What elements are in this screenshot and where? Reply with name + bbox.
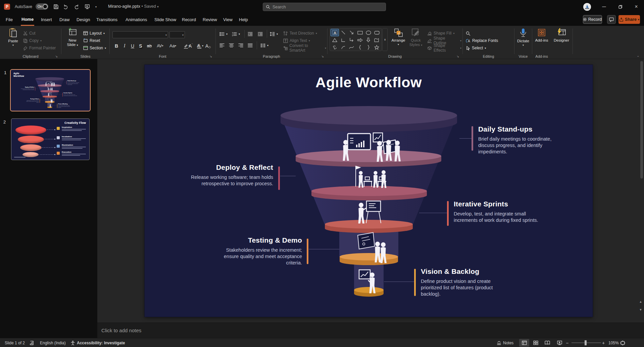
shape-curve[interactable]	[347, 44, 356, 51]
collapse-ribbon-icon[interactable]: ⌄	[637, 54, 639, 57]
select-button[interactable]: Select▾	[465, 44, 487, 52]
undo-icon[interactable]	[62, 3, 70, 10]
tab-design[interactable]: Design	[76, 13, 91, 26]
format-painter-button[interactable]: Format Painter	[22, 44, 57, 52]
accessibility-icon[interactable]	[70, 338, 75, 347]
shape-elbow-connector[interactable]	[339, 36, 347, 44]
zoom-slider-thumb[interactable]	[585, 340, 587, 345]
reading-view-button[interactable]	[542, 339, 552, 347]
zoom-in-button[interactable]: +	[602, 338, 605, 347]
text-highlight-button[interactable]: ▾	[181, 42, 192, 49]
slide-indicator[interactable]: Slide 1 of 2	[5, 338, 25, 347]
bold-button[interactable]: B	[113, 42, 120, 49]
align-left-button[interactable]	[218, 42, 226, 49]
record-button[interactable]: Record	[583, 15, 602, 24]
document-title[interactable]: Mirano-agile.pptx • Saved ▾	[108, 4, 159, 9]
quick-styles-button[interactable]: Quick Styles ▾	[407, 28, 424, 52]
shape-star[interactable]	[373, 44, 381, 51]
notes-pane[interactable]: Click to add notes	[97, 323, 644, 338]
paste-button[interactable]: Paste ▾	[5, 28, 21, 52]
shape-arc[interactable]	[339, 44, 347, 51]
designer-button[interactable]: Designer	[553, 28, 570, 52]
slideshow-view-button[interactable]	[554, 339, 564, 347]
underline-button[interactable]: U	[129, 42, 136, 49]
shape-effects-button[interactable]: Shape Effects▾	[426, 44, 462, 52]
strikethrough-button[interactable]: ab	[145, 42, 153, 49]
find-replace-button[interactable]	[465, 30, 473, 37]
step-iterative-sprints[interactable]: Iterative Sprints Develop, test, and int…	[454, 200, 539, 224]
align-center-button[interactable]	[228, 42, 235, 49]
tab-help[interactable]: Help	[238, 13, 249, 26]
font-dialog-launcher-icon[interactable]: ↘	[209, 55, 212, 58]
new-slide-button[interactable]: New Slide ▾	[64, 28, 81, 52]
layout-button[interactable]: Layout▾	[82, 30, 106, 37]
vertical-scrollbar[interactable]	[640, 61, 643, 179]
shape-right-arrow[interactable]	[356, 36, 364, 44]
shape-line[interactable]	[339, 29, 347, 36]
dictate-button[interactable]: Dictate ▾	[515, 28, 532, 52]
shapes-more-button[interactable]: ⇟	[382, 28, 388, 51]
decrease-indent-button[interactable]	[247, 30, 254, 38]
shape-arrow[interactable]	[347, 29, 356, 36]
arrange-button[interactable]: Arrange ▾	[390, 28, 407, 52]
shape-left-brace[interactable]	[356, 44, 364, 51]
columns-button[interactable]: ▾	[259, 42, 269, 49]
powerpoint-logo-icon[interactable]: P	[4, 4, 10, 10]
tab-insert[interactable]: Insert	[40, 13, 53, 26]
drawing-dialog-launcher-icon[interactable]: ↘	[456, 55, 459, 58]
step-testing-demo[interactable]: Testing & Demo Stakeholders review the i…	[25, 98, 39, 103]
zoom-level[interactable]: 105%	[608, 338, 619, 347]
italic-button[interactable]: I	[121, 42, 128, 49]
bullets-button[interactable]: ▾	[218, 30, 229, 38]
notes-toggle-button[interactable]: Notes	[497, 338, 513, 347]
agile-funnel-graphic[interactable]	[13, 70, 86, 111]
shape-down-arrow[interactable]	[364, 36, 373, 44]
thumbnail-slide-1[interactable]: Agile Workflow	[10, 69, 91, 111]
text-shadow-button[interactable]: S	[137, 42, 144, 49]
minimize-button[interactable]: ─	[597, 0, 611, 13]
search-bar[interactable]	[263, 3, 386, 11]
language-indicator[interactable]: English (India)	[40, 338, 66, 347]
tab-view[interactable]: View	[222, 13, 233, 26]
slide-editing-area[interactable]: Agile Workflow	[97, 59, 644, 323]
agile-funnel-graphic[interactable]	[145, 65, 593, 317]
addins-button[interactable]: Add-ins	[533, 28, 550, 52]
step-vision-backlog[interactable]: Vision & Backlog Define product vision a…	[58, 103, 72, 108]
shape-elbow-arrow-connector[interactable]	[347, 36, 356, 44]
slide-sorter-view-button[interactable]	[531, 339, 541, 347]
change-case-button[interactable]: Aa▾	[167, 42, 178, 49]
text-direction-button[interactable]: A Text Direction▾	[282, 30, 318, 37]
cut-button[interactable]: Cut	[22, 30, 37, 37]
character-spacing-button[interactable]: AV▾	[155, 42, 165, 49]
tab-file[interactable]: File	[5, 13, 13, 26]
start-presentation-icon[interactable]	[83, 3, 91, 10]
numbering-button[interactable]: ▾	[231, 30, 241, 38]
spell-check-icon[interactable]	[30, 338, 34, 347]
align-right-button[interactable]	[237, 42, 244, 49]
shape-text-box[interactable]: A	[331, 29, 339, 36]
tab-record[interactable]: Record	[181, 13, 197, 26]
slide-canvas[interactable]: Agile Workflow	[145, 65, 593, 317]
replace-fonts-button[interactable]: A Replace Fonts	[465, 37, 499, 44]
shape-rounded-rectangle[interactable]	[373, 29, 381, 36]
step-iterative-sprints[interactable]: Iterative Sprints Develop, test, and int…	[63, 92, 77, 96]
tab-animations[interactable]: Animations	[125, 13, 148, 26]
section-button[interactable]: Section▾	[82, 44, 107, 52]
paragraph-dialog-launcher-icon[interactable]: ↘	[321, 55, 324, 58]
convert-to-smartart-button[interactable]: Convert to SmartArt▾	[282, 44, 327, 52]
shape-oval[interactable]	[364, 29, 373, 36]
reset-button[interactable]: Reset	[82, 37, 101, 44]
redo-icon[interactable]	[72, 3, 81, 10]
step-vision-backlog[interactable]: Vision & Backlog Define product vision a…	[421, 267, 505, 297]
font-name-combo[interactable]: ▾	[112, 31, 168, 38]
notes-placeholder[interactable]: Click to add notes	[101, 328, 141, 333]
autosave-toggle[interactable]: On	[36, 3, 48, 10]
step-deploy-reflect[interactable]: Deploy & Reflect Release working softwar…	[20, 87, 34, 90]
accessibility-status[interactable]: Accessibility: Investigate	[77, 338, 125, 347]
fit-to-window-button[interactable]	[620, 338, 625, 347]
step-daily-standups[interactable]: Daily Stand-ups Brief daily meetings to …	[67, 80, 82, 85]
step-daily-standups[interactable]: Daily Stand-ups Brief daily meetings to …	[478, 125, 566, 155]
copy-button[interactable]: Copy ▾	[22, 37, 43, 44]
shape-scribble[interactable]	[331, 44, 339, 51]
account-avatar[interactable]	[583, 3, 591, 11]
